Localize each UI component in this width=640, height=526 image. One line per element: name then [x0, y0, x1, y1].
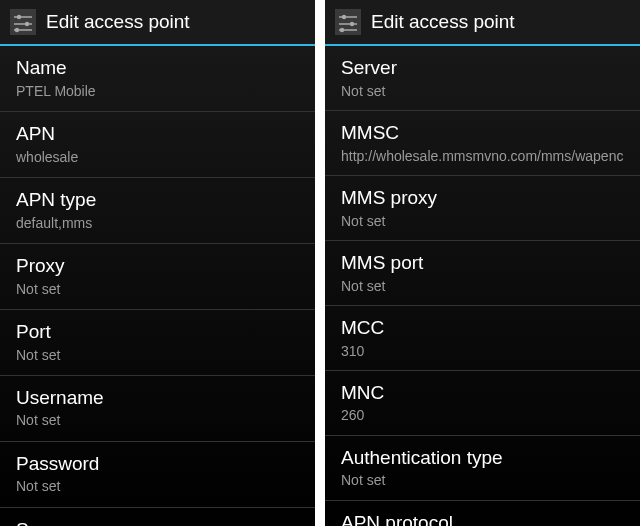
settings-list-right[interactable]: Server Not set MMSC http://wholesale.mms…: [325, 46, 640, 526]
item-label: Server: [16, 518, 299, 526]
apn-item-name[interactable]: Name PTEL Mobile: [0, 46, 315, 112]
item-value: wholesale: [16, 148, 299, 166]
apn-item-username[interactable]: Username Not set: [0, 376, 315, 442]
page-title: Edit access point: [46, 11, 190, 33]
settings-sliders-icon: [333, 7, 363, 37]
apn-item-password[interactable]: Password Not set: [0, 442, 315, 508]
apn-item-apn[interactable]: APN wholesale: [0, 112, 315, 178]
item-value: Not set: [16, 346, 299, 364]
item-value: 260: [341, 406, 624, 424]
svg-point-2: [17, 15, 21, 19]
item-label: APN protocol: [341, 511, 624, 526]
apn-item-mcc[interactable]: MCC 310: [325, 306, 640, 371]
item-value: Not set: [16, 280, 299, 298]
item-label: Password: [16, 452, 299, 476]
svg-point-13: [340, 28, 344, 32]
item-label: MMS proxy: [341, 186, 624, 210]
item-label: MMSC: [341, 121, 624, 145]
svg-point-11: [350, 22, 354, 26]
apn-item-apn-type[interactable]: APN type default,mms: [0, 178, 315, 244]
item-label: Username: [16, 386, 299, 410]
settings-sliders-icon: [8, 7, 38, 37]
screenshot-left: Edit access point Name PTEL Mobile APN w…: [0, 0, 315, 526]
svg-point-4: [25, 22, 29, 26]
item-value: Not set: [16, 411, 299, 429]
apn-item-mms-proxy[interactable]: MMS proxy Not set: [325, 176, 640, 241]
item-label: Name: [16, 56, 299, 80]
item-label: Server: [341, 56, 624, 80]
item-label: Proxy: [16, 254, 299, 278]
apn-item-mnc[interactable]: MNC 260: [325, 371, 640, 436]
item-value: Not set: [341, 82, 624, 100]
svg-point-9: [342, 15, 346, 19]
apn-item-mms-port[interactable]: MMS port Not set: [325, 241, 640, 306]
item-value: Not set: [16, 477, 299, 495]
item-value: http://wholesale.mmsmvno.com/mms/wapenc: [341, 147, 624, 165]
apn-item-server[interactable]: Server Not set: [325, 46, 640, 111]
svg-point-6: [15, 28, 19, 32]
screenshot-right: Edit access point Server Not set MMSC ht…: [325, 0, 640, 526]
item-value: 310: [341, 342, 624, 360]
page-title: Edit access point: [371, 11, 515, 33]
svg-rect-0: [10, 9, 36, 35]
apn-item-proxy[interactable]: Proxy Not set: [0, 244, 315, 310]
item-label: Port: [16, 320, 299, 344]
svg-rect-7: [335, 9, 361, 35]
apn-item-auth-type[interactable]: Authentication type Not set: [325, 436, 640, 501]
item-value: Not set: [341, 471, 624, 489]
action-bar: Edit access point: [325, 0, 640, 46]
apn-item-port[interactable]: Port Not set: [0, 310, 315, 376]
item-value: default,mms: [16, 214, 299, 232]
item-value: Not set: [341, 277, 624, 295]
action-bar: Edit access point: [0, 0, 315, 46]
item-value: PTEL Mobile: [16, 82, 299, 100]
item-value: Not set: [341, 212, 624, 230]
item-label: MNC: [341, 381, 624, 405]
apn-item-mmsc[interactable]: MMSC http://wholesale.mmsmvno.com/mms/wa…: [325, 111, 640, 176]
item-label: MCC: [341, 316, 624, 340]
apn-item-server[interactable]: Server: [0, 508, 315, 526]
item-label: APN type: [16, 188, 299, 212]
item-label: Authentication type: [341, 446, 624, 470]
item-label: MMS port: [341, 251, 624, 275]
settings-list-left[interactable]: Name PTEL Mobile APN wholesale APN type …: [0, 46, 315, 526]
item-label: APN: [16, 122, 299, 146]
apn-item-apn-protocol[interactable]: APN protocol: [325, 501, 640, 526]
